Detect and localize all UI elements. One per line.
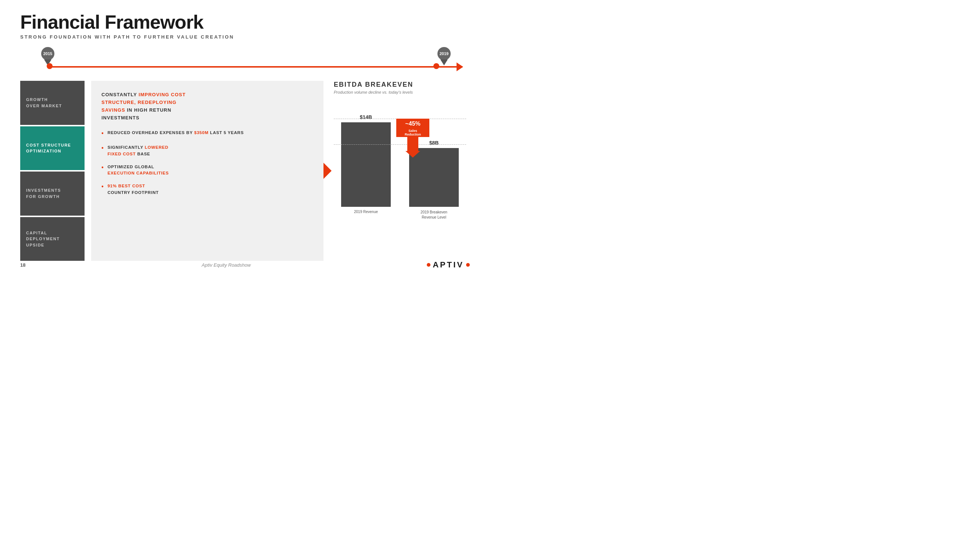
timeline-dot-right	[433, 63, 439, 69]
bullet-4: 91% BEST COSTCOUNTRY FOOTPRINT	[102, 183, 313, 196]
middle-headline: CONSTANTLY IMPROVING COSTSTRUCTURE, REDE…	[102, 91, 313, 122]
sidebar-item-cost-structure[interactable]: COST STRUCTURE OPTIMIZATION	[20, 126, 84, 170]
reduction-label: ~45%	[396, 119, 430, 129]
arrow-shaft	[407, 137, 418, 151]
footer: 18 Aptiv Equity Roadshow APTIV	[20, 260, 470, 270]
arrow-head-icon	[406, 151, 420, 157]
page-number: 18	[20, 262, 25, 268]
bar2-x-label: 2019 BreakevenRevenue Level	[409, 210, 459, 220]
page-header: Financial Framework STRONG FOUNDATION WI…	[0, 0, 490, 43]
middle-content: CONSTANTLY IMPROVING COSTSTRUCTURE, REDE…	[91, 81, 323, 261]
reduction-arrow: ~45% SalesReduction	[396, 119, 430, 157]
subtitle: STRONG FOUNDATION WITH PATH TO FURTHER V…	[20, 34, 470, 40]
chart-section: EBITDA BREAKEVEN Production volume decli…	[330, 81, 470, 261]
timeline-dot-left	[47, 63, 52, 69]
logo-dot-left-icon	[427, 263, 430, 267]
chart-title: EBITDA BREAKEVEN	[334, 81, 466, 89]
headline-orange-1: IMPROVING COSTSTRUCTURE, REDEPLOYINGSAVI…	[102, 92, 186, 113]
sidebar-item-capital[interactable]: CAPITAL DEPLOYMENT UPSIDE	[20, 217, 84, 261]
year-2019-label: 2019	[438, 47, 451, 60]
chart-area: $14B $8B ~45% SalesReducti	[334, 100, 466, 225]
bar1-top-label: $14B	[360, 114, 372, 120]
x-axis-labels: 2019 Revenue 2019 BreakevenRevenue Level	[334, 210, 466, 220]
bar1-x-label: 2019 Revenue	[341, 210, 391, 220]
arrow-connector-icon	[323, 163, 332, 179]
timeline-pin-2015: 2015	[41, 47, 54, 65]
content-area: GROWTH OVER MARKET COST STRUCTURE OPTIMI…	[20, 81, 470, 261]
timeline-pin-2019: 2019	[438, 47, 451, 65]
year-2015-label: 2015	[41, 47, 54, 60]
main-title: Financial Framework	[20, 12, 470, 33]
chart-subtitle: Production volume decline vs. today's le…	[334, 90, 466, 94]
bar1	[341, 122, 391, 207]
sidebar-item-investments[interactable]: INVESTMENTS FOR GROWTH	[20, 171, 84, 216]
bullet-2: SIGNIFICANTLY LOWEREDFIXED COST BASE	[102, 144, 313, 157]
left-sidebar: GROWTH OVER MARKET COST STRUCTURE OPTIMI…	[20, 81, 84, 261]
logo-text: APTIV	[433, 260, 464, 270]
timeline-arrow-icon	[457, 62, 463, 71]
presentation-title: Aptiv Equity Roadshow	[202, 262, 251, 268]
bullet-list: REDUCED OVERHEAD EXPENSES BY $350M LAST …	[102, 130, 313, 196]
bar2-top-label: $8B	[430, 140, 439, 146]
bullet-1: REDUCED OVERHEAD EXPENSES BY $350M LAST …	[102, 130, 313, 138]
reduction-sub: SalesReduction	[396, 129, 430, 137]
timeline-line	[49, 66, 463, 68]
timeline: 2015 2019	[20, 47, 470, 76]
sidebar-item-growth[interactable]: GROWTH OVER MARKET	[20, 81, 84, 125]
pin-body-right	[441, 59, 448, 65]
bullet-3: OPTIMIZED GLOBALEXECUTION CAPABILITIES	[102, 164, 313, 177]
logo-dot-right-icon	[466, 263, 470, 267]
aptiv-logo: APTIV	[427, 260, 470, 270]
